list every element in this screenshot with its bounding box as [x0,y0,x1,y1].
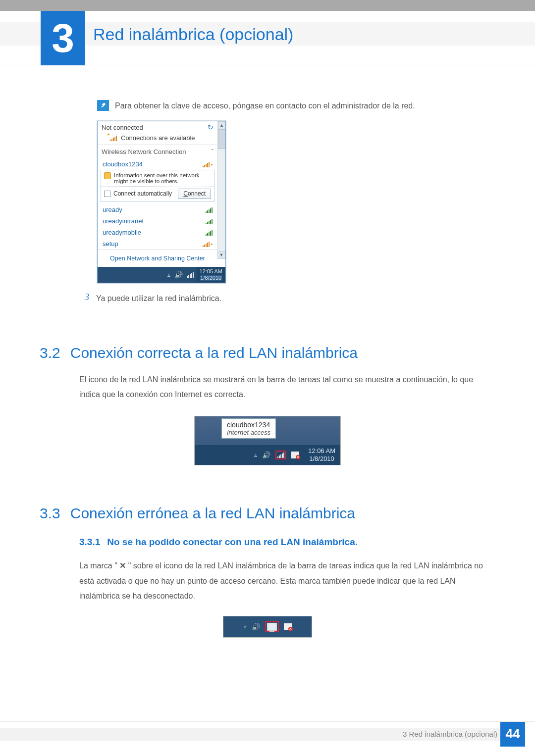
connect-underline: C [183,190,188,197]
speaker-icon[interactable]: 🔊 [174,271,183,279]
taskbar-success-figure: cloudbox1234 Internet access ▵ 🔊 12:06 A… [194,416,341,465]
speaker-icon[interactable]: 🔊 [262,451,270,459]
chapter-number: 3 [52,15,74,61]
wifi-selected-block: Information sent over this network might… [101,170,214,202]
note-row: Para obtener la clave de acceso, póngase… [97,100,495,112]
step-text: Ya puede utilizar la red inalámbrica. [96,292,221,305]
taskbar-time: 12:06 AM [308,447,335,455]
chapter-number-badge: 3 [41,11,85,65]
signal-icon [203,241,213,247]
note-text: Para obtener la clave de acceso, póngase… [115,100,415,112]
checkbox-box[interactable] [104,191,110,197]
signal-icon [206,218,213,224]
highlighted-network-error-icon[interactable] [265,621,279,632]
refresh-icon[interactable]: ↻ [208,123,214,131]
section-title: Conexión correcta a la red LAN inalámbri… [70,345,358,361]
network-tooltip: cloudbox1234 Internet access [221,418,276,439]
wifi-available-text: Connections are available [121,134,195,142]
wifi-item-label: ureadyintranet [103,217,144,225]
signal-icon [206,230,213,236]
tray-clock[interactable]: 12:05 AM 1/8/2010 [197,267,225,282]
signal-icon [203,161,213,167]
subsection-number: 3.3.1 [79,537,100,548]
action-center-flag-icon[interactable] [291,452,299,458]
wifi-available-row: Connections are available [98,133,217,145]
wifi-item-label: ureadymobile [103,229,141,236]
connect-auto-checkbox[interactable]: Connect automatically [104,190,172,197]
note-icon [97,100,109,111]
monitor-icon [267,623,277,631]
wifi-scrollbar[interactable]: ▲ [217,121,225,259]
step-number: 3 [80,292,89,302]
wifi-available-icon [107,135,117,141]
tooltip-status: Internet access [227,429,270,436]
x-mark-icon: ✕ [119,561,126,570]
scroll-thumb[interactable] [218,129,225,149]
step-3-row: 3 Ya puede utilizar la red inalámbrica. [80,292,495,305]
connect-button[interactable]: Connect [178,189,211,199]
chapter-title: Red inalámbrica (opcional) [93,25,293,44]
wifi-item-0[interactable]: uready [98,204,217,215]
shield-icon [104,172,111,179]
wifi-status-text: Not connected [102,124,143,131]
footer-text: 3 Red inalámbrica (opcional) [403,730,497,738]
wifi-selected-network[interactable]: cloudbox1234 [98,158,217,170]
section-3-3-heading: 3.3 Conexión errónea a la red LAN inalám… [40,505,495,522]
wifi-item-label: uready [103,206,122,213]
open-network-center-text: Open Network and Sharing Center [110,255,205,262]
tray-date: 1/8/2010 [200,275,222,281]
highlighted-network-icon[interactable] [275,451,286,459]
taskbar-clock[interactable]: 12:06 AM 1/8/2010 [303,447,340,463]
wifi-popup-figure: ▲ Not connected ↻ Connections are availa… [97,121,226,283]
signal-icon [277,452,284,458]
page-content: Para obtener la clave de acceso, póngase… [0,65,535,638]
section-3-2-body: El icono de la red LAN inalámbrica se mo… [79,372,495,403]
section-3-2-heading: 3.2 Conexión correcta a la red LAN inalá… [40,345,495,361]
tray-signal-icon[interactable] [187,272,194,278]
wifi-tray: ▵ 🔊 12:05 AM 1/8/2010 [98,267,225,283]
wifi-selected-name: cloudbox1234 [103,160,143,168]
wifi-item-3[interactable]: setup [98,238,217,250]
chevron-up-icon: ˆ [212,149,214,155]
tray-icons: ▵ 🔊 [164,271,197,279]
tray-up-icon[interactable]: ▵ [244,623,247,630]
page-header: 3 Red inalámbrica (opcional) [0,11,535,65]
wifi-connect-row: Connect automatically Connect [101,186,214,202]
section-number: 3.2 [40,345,60,361]
section-3-3-1-heading: 3.3.1 No se ha podido conectar con una r… [79,537,495,548]
taskbar-icons: ▵ 🔊 [250,451,303,459]
tray-up-icon[interactable]: ▵ [254,452,257,458]
signal-icon [206,207,213,213]
taskbar-tooltip-area: cloudbox1234 Internet access [195,416,340,445]
taskbar-row: ▵ 🔊 12:06 AM 1/8/2010 [195,445,340,465]
wifi-category-row[interactable]: Wireless Network Connection ˆ [98,145,217,158]
wifi-info-text: Information sent over this network might… [114,172,211,184]
taskbar-date: 1/8/2010 [308,455,335,463]
wifi-category-label: Wireless Network Connection [102,148,186,155]
tray-time: 12:05 AM [200,268,222,275]
page-footer: 3 Red inalámbrica (opcional) 44 [0,721,535,746]
open-network-center-link[interactable]: Open Network and Sharing Center [98,250,217,267]
section-3-3-1-body: La marca " ✕ " sobre el icono de la red … [79,558,495,604]
scroll-down-icon[interactable]: ▼ [217,251,225,259]
wifi-info-warning: Information sent over this network might… [101,170,214,186]
body-pre: La marca " [79,561,119,570]
scroll-up-icon[interactable]: ▲ [218,121,225,129]
connect-auto-label: Connect automatically [113,190,172,197]
connect-rest: onnect [188,190,206,197]
top-gray-band [0,0,535,11]
tooltip-name: cloudbox1234 [227,421,270,429]
section-title: Conexión errónea a la red LAN inalámbric… [70,505,355,522]
subsection-title: No se ha podido conectar con una red LAN… [107,537,358,548]
section-number: 3.3 [40,505,60,522]
taskbar-error-figure: ▵ 🔊 [223,616,312,638]
footer-page-number: 44 [500,722,525,747]
wifi-item-2[interactable]: ureadymobile [98,227,217,238]
action-center-flag-icon[interactable] [284,623,292,630]
wifi-status-row: Not connected ↻ [98,121,217,133]
wifi-item-label: setup [103,240,118,248]
tray-up-icon[interactable]: ▵ [167,272,170,278]
wifi-item-1[interactable]: ureadyintranet [98,215,217,227]
speaker-icon[interactable]: 🔊 [252,623,260,631]
body-post: " sobre el icono de la red LAN inalámbri… [79,561,483,600]
